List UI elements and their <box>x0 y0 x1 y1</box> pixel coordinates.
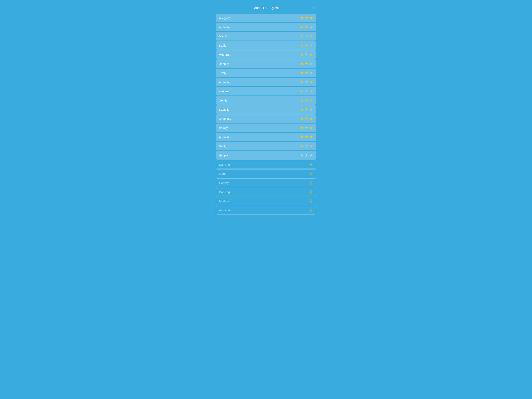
list-item[interactable]: Steadily★★★ <box>216 105 316 114</box>
item-name: Dancing <box>219 190 230 194</box>
list-item[interactable]: Andante★★★ <box>216 23 316 31</box>
star-filled: ★ <box>309 135 313 139</box>
lock-icon: 🔒 <box>309 171 313 176</box>
item-name: Sadly <box>219 44 226 47</box>
star-filled: ★ <box>300 126 304 130</box>
list-item[interactable]: Allegretto★★★ <box>216 14 316 22</box>
item-name: Happily <box>219 154 229 157</box>
list-item[interactable]: Sadly★★★ <box>216 142 316 150</box>
stars: ★★★ <box>300 107 313 112</box>
star-empty: ★ <box>304 52 309 57</box>
star-filled: ★ <box>304 71 309 75</box>
star-empty: ★ <box>304 34 309 38</box>
list-item[interactable]: Moderato🔒 <box>216 197 316 205</box>
star-filled: ★ <box>300 52 304 57</box>
star-empty: ★ <box>309 71 313 75</box>
star-filled: ★ <box>300 116 304 121</box>
star-filled: ★ <box>309 126 313 130</box>
star-filled: ★ <box>309 116 313 121</box>
star-empty: ★ <box>309 43 313 48</box>
star-filled: ★ <box>300 89 304 93</box>
star-filled: ★ <box>304 43 309 48</box>
item-name: Allegretto <box>219 16 231 20</box>
item-name: Gently <box>219 99 227 102</box>
list-item[interactable]: Lively★★★ <box>216 69 316 77</box>
star-filled: ★ <box>300 107 304 112</box>
list-item[interactable]: Happily🔒 <box>216 179 316 187</box>
stars: ★★★ <box>300 135 313 139</box>
modal-header: Grade 1: Progress × <box>215 4 317 12</box>
stars: ★★★ <box>300 71 313 75</box>
star-filled: ★ <box>300 71 304 75</box>
star-filled: ★ <box>304 16 309 20</box>
star-empty: ★ <box>300 153 304 157</box>
star-empty: ★ <box>304 80 309 84</box>
list-item[interactable]: March🔒 <box>216 169 316 178</box>
list-item[interactable]: Andante★★★ <box>216 78 316 86</box>
item-name: Happily <box>219 62 229 65</box>
star-filled: ★ <box>300 135 304 139</box>
list-item[interactable]: Allegretto★★★ <box>216 87 316 96</box>
stars: ★★★ <box>300 126 313 130</box>
list-item[interactable]: Andante★★★ <box>216 133 316 141</box>
list-item[interactable]: Andante🔒 <box>216 206 316 214</box>
star-filled: ★ <box>300 80 304 84</box>
stars: ★★★ <box>300 116 313 121</box>
stars: ★★★ <box>300 34 313 38</box>
star-filled: ★ <box>309 52 313 57</box>
star-filled: ★ <box>300 98 304 103</box>
list-item[interactable]: Calmly★★★ <box>216 123 316 132</box>
list-item[interactable]: Moderato★★★ <box>216 50 316 59</box>
modal: Grade 1: Progress × Allegretto★★★Andante… <box>215 4 317 214</box>
star-filled: ★ <box>300 43 304 48</box>
star-filled: ★ <box>309 34 313 38</box>
item-name: Calmly <box>219 126 228 129</box>
star-filled: ★ <box>300 144 304 148</box>
lock-icon: 🔒 <box>309 162 313 167</box>
item-name: Allegretto <box>219 90 231 93</box>
item-name: Andante <box>219 209 230 212</box>
stars: ★★★ <box>300 52 313 57</box>
item-name: March <box>219 172 227 175</box>
list-item[interactable]: Dancing🔒 <box>216 188 316 196</box>
lock-icon: 🔒 <box>309 208 313 212</box>
star-filled: ★ <box>304 25 309 29</box>
modal-title: Grade 1: Progress <box>252 6 279 10</box>
star-empty: ★ <box>304 89 309 93</box>
item-name: Moderato <box>219 200 231 203</box>
item-name: Dancing <box>219 163 230 166</box>
lock-icon: 🔒 <box>309 190 313 194</box>
star-filled: ★ <box>304 62 309 66</box>
item-name: Lively <box>219 71 226 75</box>
star-filled: ★ <box>304 98 309 103</box>
star-filled: ★ <box>300 25 304 29</box>
item-name: Moderato <box>219 53 231 56</box>
star-filled: ★ <box>300 34 304 38</box>
star-empty: ★ <box>309 62 313 66</box>
stars: ★★★ <box>300 62 313 66</box>
star-filled: ★ <box>309 16 313 20</box>
item-name: Andante <box>219 26 230 29</box>
item-name: Smoothly <box>219 117 231 120</box>
star-empty: ★ <box>304 153 309 157</box>
close-button[interactable]: × <box>313 6 315 10</box>
stars: ★★★ <box>300 16 313 20</box>
list-item[interactable]: Dancing🔒 <box>216 160 316 169</box>
stars: ★★★ <box>300 89 313 93</box>
stars: ★★★ <box>300 144 313 148</box>
list-item[interactable]: Happily★★★ <box>216 151 316 160</box>
list-item[interactable]: Happily★★★ <box>216 59 316 68</box>
list-item[interactable]: Sadly★★★ <box>216 41 316 50</box>
lock-icon: 🔒 <box>309 180 313 185</box>
star-filled: ★ <box>304 107 309 112</box>
stars: ★★★ <box>300 98 313 103</box>
star-empty: ★ <box>309 25 313 29</box>
star-filled: ★ <box>300 16 304 20</box>
list-item[interactable]: Gently★★★ <box>216 96 316 105</box>
star-filled: ★ <box>309 89 313 93</box>
list-item[interactable]: Smoothly★★★ <box>216 114 316 123</box>
list-item[interactable]: March★★★ <box>216 32 316 40</box>
stars: ★★★ <box>300 43 313 48</box>
star-filled: ★ <box>300 62 304 66</box>
lock-icon: 🔒 <box>309 199 313 203</box>
